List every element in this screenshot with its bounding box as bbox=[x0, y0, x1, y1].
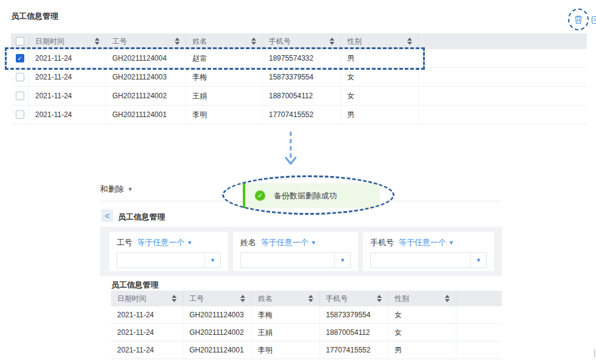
filter-label: 手机号 bbox=[370, 237, 394, 248]
table-row[interactable]: 2021-11-24 GH20211124001 李明 17707415552 … bbox=[11, 106, 587, 124]
cell-date: 2021-11-24 bbox=[111, 342, 183, 359]
table-row[interactable]: 2021-11-24 GH20211124003 李梅 15873379554 … bbox=[11, 68, 587, 87]
cell-employee-id: GH20211124002 bbox=[106, 87, 186, 105]
sort-icon[interactable] bbox=[445, 295, 450, 302]
column-header-date[interactable]: 日期时间 bbox=[111, 291, 183, 306]
success-toast: ✓ 备份数据删除成功 bbox=[243, 183, 380, 208]
cell-gender: 女 bbox=[388, 306, 456, 323]
cell-phone: 17707415552 bbox=[263, 106, 341, 124]
table-row[interactable]: 2021-11-24 GH20211124002 王娟 18870054112 … bbox=[11, 87, 587, 106]
cell-gender: 女 bbox=[341, 87, 419, 105]
select-arrow-button[interactable]: ▼ bbox=[334, 253, 350, 268]
filter-operator-dropdown[interactable]: 等于任意一个 ▼ bbox=[261, 237, 316, 248]
export-icon[interactable] bbox=[591, 15, 596, 25]
cell-name: 李梅 bbox=[186, 68, 263, 86]
column-header-phone[interactable]: 手机号 bbox=[320, 291, 388, 306]
cell-name: 赵雷 bbox=[186, 49, 263, 67]
row-checkbox[interactable] bbox=[16, 110, 24, 119]
bottom-table-title: 员工信息管理 bbox=[111, 280, 158, 291]
column-header-name[interactable]: 姓名 bbox=[186, 33, 263, 49]
filter-label: 姓名 bbox=[240, 237, 256, 248]
cell-date: 2021-11-24 bbox=[111, 306, 183, 323]
sort-icon[interactable] bbox=[377, 295, 382, 302]
sort-icon[interactable] bbox=[95, 38, 100, 45]
filter-operator-dropdown[interactable]: 等于任意一个 ▼ bbox=[399, 237, 454, 248]
cell-name: 王娟 bbox=[252, 324, 320, 341]
chevron-down-icon: ▼ bbox=[210, 257, 215, 263]
delete-button[interactable] bbox=[574, 15, 583, 24]
page-title: 员工信息管理 bbox=[11, 11, 58, 22]
cell-phone: 17707415552 bbox=[320, 342, 388, 359]
chevron-down-icon: ▼ bbox=[476, 257, 481, 263]
filter-value-select[interactable]: ▼ bbox=[117, 252, 221, 268]
cell-employee-id: GH20211124003 bbox=[183, 306, 252, 323]
row-checkbox[interactable] bbox=[16, 92, 24, 100]
select-arrow-button[interactable]: ▼ bbox=[205, 253, 220, 268]
cell-date: 2021-11-24 bbox=[111, 324, 183, 341]
filter-value-select[interactable]: ▼ bbox=[240, 252, 351, 268]
cell-phone: 18975574332 bbox=[263, 49, 341, 67]
cell-date: 2021-11-24 bbox=[29, 106, 106, 124]
cell-date: 2021-11-24 bbox=[29, 49, 106, 67]
cell-employee-id: GH20211124004 bbox=[106, 49, 186, 67]
column-header-gender[interactable]: 性别 bbox=[341, 33, 419, 49]
select-arrow-button[interactable]: ▼ bbox=[470, 253, 486, 268]
cell-gender: 女 bbox=[341, 68, 419, 86]
column-header-gender[interactable]: 性别 bbox=[388, 291, 456, 306]
filter-operator-dropdown[interactable]: 等于任意一个 ▼ bbox=[137, 237, 192, 248]
cell-name: 王娟 bbox=[186, 87, 263, 105]
cell-phone: 15873379554 bbox=[320, 306, 388, 323]
chevron-down-icon: ▼ bbox=[311, 240, 316, 246]
select-all-checkbox[interactable] bbox=[16, 37, 24, 46]
column-header-filler bbox=[419, 33, 587, 49]
cell-name: 李梅 bbox=[252, 306, 320, 323]
back-button[interactable]: < bbox=[101, 209, 113, 222]
chevron-down-icon: ▼ bbox=[449, 240, 454, 246]
filter-label: 工号 bbox=[117, 237, 132, 248]
sort-icon[interactable] bbox=[240, 295, 245, 302]
cell-date: 2021-11-24 bbox=[29, 68, 106, 86]
filter-card-name: 姓名 等于任意一个 ▼ ▼ bbox=[233, 232, 358, 271]
employee-table-bottom: 日期时间 工号 姓名 手机号 性别 2021-11-24 GH202111240… bbox=[111, 291, 502, 359]
filter-bar: 工号 等于任意一个 ▼ ▼ 姓名 等于任意一个 ▼ ▼ bbox=[100, 227, 502, 276]
filter-value-select[interactable]: ▼ bbox=[370, 252, 487, 268]
column-header-date[interactable]: 日期时间 bbox=[29, 33, 106, 49]
cell-phone: 18870054112 bbox=[320, 324, 388, 341]
filter-card-phone: 手机号 等于任意一个 ▼ ▼ bbox=[363, 232, 494, 271]
column-header-employee-id[interactable]: 工号 bbox=[183, 291, 252, 306]
sort-icon[interactable] bbox=[175, 38, 180, 45]
table-row[interactable]: 2021-11-24 GH20211124003 李梅 15873379554 … bbox=[111, 306, 502, 324]
cell-phone: 18870054112 bbox=[263, 87, 341, 105]
row-checkbox[interactable] bbox=[16, 73, 24, 81]
cell-gender: 男 bbox=[341, 49, 419, 67]
success-check-icon: ✓ bbox=[255, 190, 265, 201]
cell-employee-id: GH20211124002 bbox=[183, 324, 252, 341]
delete-mode-dropdown[interactable]: 和删除 ▼ bbox=[100, 184, 133, 195]
cell-name: 李明 bbox=[186, 106, 263, 124]
table-row[interactable]: 2021-11-24 GH20211124001 李明 17707415552 … bbox=[111, 342, 502, 359]
sort-icon[interactable] bbox=[330, 38, 334, 45]
cell-employee-id: GH20211124001 bbox=[183, 342, 252, 359]
sort-icon[interactable] bbox=[308, 295, 313, 302]
sort-icon[interactable] bbox=[407, 38, 412, 45]
column-header-name[interactable]: 姓名 bbox=[252, 291, 320, 306]
sort-icon[interactable] bbox=[251, 38, 256, 45]
chevron-down-icon: ▼ bbox=[340, 257, 345, 263]
bottom-table-header-row: 日期时间 工号 姓名 手机号 性别 bbox=[111, 291, 502, 306]
panel-title: 员工信息管理 bbox=[118, 212, 165, 223]
cell-phone: 15873379554 bbox=[263, 68, 341, 86]
employee-table-top: 日期时间 工号 姓名 手机号 性别 ✓ 2021-11-24 GH2021112… bbox=[11, 33, 587, 124]
cell-gender: 男 bbox=[341, 106, 419, 124]
row-checkbox[interactable]: ✓ bbox=[16, 54, 24, 62]
cell-employee-id: GH20211124001 bbox=[106, 106, 186, 124]
sort-icon[interactable] bbox=[172, 295, 177, 302]
cell-date: 2021-11-24 bbox=[29, 87, 106, 105]
scrollbar-fragment bbox=[594, 349, 595, 357]
table-row[interactable]: ✓ 2021-11-24 GH20211124004 赵雷 1897557433… bbox=[11, 49, 587, 68]
cell-name: 李明 bbox=[252, 342, 320, 359]
column-header-employee-id[interactable]: 工号 bbox=[106, 33, 186, 49]
column-header-phone[interactable]: 手机号 bbox=[263, 33, 341, 49]
table-row[interactable]: 2021-11-24 GH20211124002 王娟 18870054112 … bbox=[111, 324, 502, 342]
chevron-down-icon: ▼ bbox=[187, 240, 192, 246]
cell-gender: 女 bbox=[388, 324, 456, 341]
